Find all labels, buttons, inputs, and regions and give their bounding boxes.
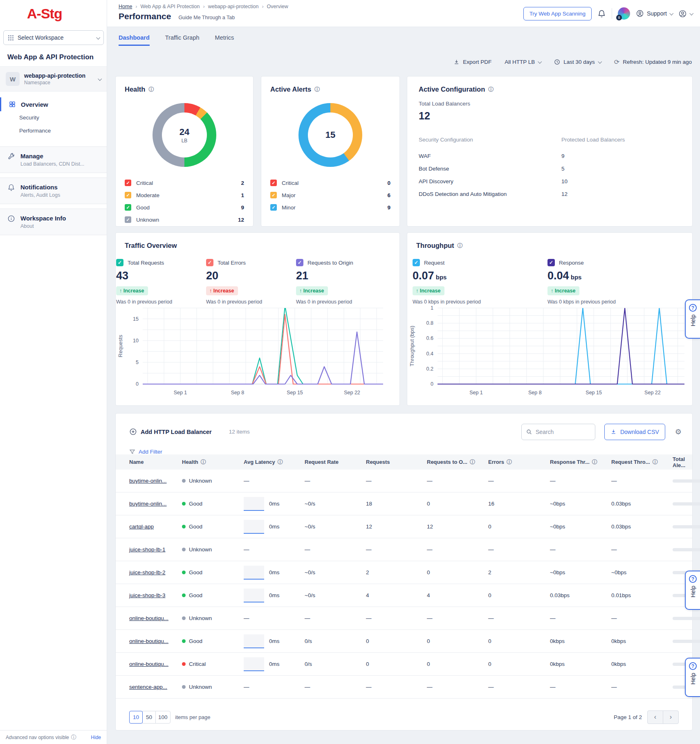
lb-name-link[interactable]: juice-shop-lb-1 bbox=[129, 546, 166, 553]
sidebar-item-manage[interactable]: Manage Load Balancers, CDN Dist... bbox=[0, 146, 107, 173]
guide-me-link[interactable]: Guide Me Through a Tab bbox=[178, 15, 235, 20]
legend-checkbox[interactable]: ✓ bbox=[125, 204, 131, 211]
info-icon[interactable]: ⓘ bbox=[653, 459, 658, 466]
series-checkbox[interactable]: ✓ bbox=[116, 259, 123, 266]
info-icon[interactable]: ⓘ bbox=[470, 459, 475, 466]
legend-checkbox[interactable]: ✓ bbox=[270, 192, 277, 198]
column-header[interactable]: Avg Latencyⓘ bbox=[244, 459, 305, 466]
breadcrumb-item[interactable]: Home bbox=[119, 4, 132, 9]
tab-dashboard[interactable]: Dashboard bbox=[119, 34, 150, 46]
request-throughput-cell: 0.01bps bbox=[611, 592, 673, 598]
info-icon[interactable]: ⓘ bbox=[458, 242, 463, 249]
legend-value: 9 bbox=[241, 205, 244, 211]
legend-checkbox[interactable]: ✓ bbox=[125, 216, 131, 223]
grid-dots-icon bbox=[8, 35, 14, 41]
series-checkbox[interactable]: ✓ bbox=[206, 259, 213, 266]
support-menu[interactable]: Support bbox=[636, 9, 673, 18]
page-size-50[interactable]: 50 bbox=[142, 711, 156, 724]
errors-cell: — bbox=[488, 478, 550, 484]
total-alerts-bar bbox=[673, 548, 700, 551]
series-checkbox[interactable]: ✓ bbox=[547, 259, 555, 266]
lb-filter-dropdown[interactable]: All HTTP LB bbox=[505, 59, 541, 65]
support-label: Support bbox=[647, 10, 667, 17]
load-balancer-table-card: Add HTTP Load Balancer 12 items Download… bbox=[115, 413, 693, 731]
column-header[interactable]: Name bbox=[129, 459, 182, 465]
lb-name-link[interactable]: online-boutiqu... bbox=[129, 615, 168, 621]
legend-checkbox[interactable]: ✓ bbox=[270, 180, 277, 186]
page-size-100[interactable]: 100 bbox=[155, 711, 171, 724]
column-header[interactable]: Response Thr...ⓘ bbox=[550, 459, 611, 466]
lb-name-link[interactable]: juice-shop-lb-3 bbox=[129, 592, 166, 598]
column-header[interactable]: Request Rate bbox=[305, 459, 366, 465]
next-page-button[interactable]: › bbox=[663, 710, 679, 724]
refresh-button[interactable]: ⟳ Refresh: Updated 9 min ago bbox=[614, 58, 692, 66]
column-header[interactable]: Errorsⓘ bbox=[488, 459, 550, 466]
latency-sparkline bbox=[244, 520, 264, 534]
info-icon[interactable]: ⓘ bbox=[278, 459, 283, 466]
info-icon[interactable]: ⓘ bbox=[148, 86, 154, 93]
try-web-app-scanning-button[interactable]: Try Web App Scanning bbox=[523, 7, 592, 20]
info-icon[interactable]: ⓘ bbox=[314, 86, 320, 93]
workspace-selector[interactable]: Select Workspace bbox=[3, 30, 104, 45]
search-input[interactable] bbox=[536, 429, 585, 435]
column-header[interactable]: Requests bbox=[366, 459, 427, 465]
request-throughput-cell: — bbox=[611, 615, 673, 621]
account-menu[interactable] bbox=[678, 9, 693, 18]
lb-name-link[interactable]: buytime-onlin... bbox=[129, 478, 167, 484]
stat-value: 43 bbox=[116, 270, 202, 282]
add-filter-button[interactable]: Add Filter bbox=[129, 449, 162, 455]
throughput-line-chart: 00.20.40.60.81Sep 1Sep 8Sep 15Sep 22Thro… bbox=[408, 305, 691, 400]
hide-nav-button[interactable]: Hide bbox=[91, 735, 101, 740]
lb-name-link[interactable]: buytime-onlin... bbox=[129, 501, 167, 507]
avatar[interactable]: 8 bbox=[618, 7, 630, 20]
help-tab[interactable]: ? Help bbox=[685, 299, 700, 339]
column-header[interactable]: Requests to O...ⓘ bbox=[427, 459, 488, 466]
breadcrumb-item: Overview bbox=[267, 4, 288, 9]
lb-name-link[interactable]: online-boutiqu... bbox=[129, 638, 168, 644]
page-size-10[interactable]: 10 bbox=[129, 711, 143, 724]
time-range-dropdown[interactable]: Last 30 days bbox=[554, 59, 601, 65]
column-header[interactable]: Healthⓘ bbox=[182, 459, 244, 466]
info-icon[interactable]: ⓘ bbox=[507, 459, 512, 466]
tab-traffic-graph[interactable]: Traffic Graph bbox=[165, 34, 200, 46]
series-checkbox[interactable]: ✓ bbox=[413, 259, 420, 266]
info-icon[interactable]: ⓘ bbox=[201, 459, 206, 466]
bell-icon[interactable] bbox=[597, 9, 606, 18]
health-dot bbox=[182, 525, 186, 528]
info-icon[interactable]: ⓘ bbox=[592, 459, 597, 466]
bell-icon bbox=[7, 184, 15, 191]
prev-page-button[interactable]: ‹ bbox=[647, 710, 663, 724]
help-tab[interactable]: ? Help bbox=[685, 658, 700, 697]
sidebar-item-overview[interactable]: Overview bbox=[0, 97, 107, 111]
gear-icon[interactable]: ⚙ bbox=[675, 427, 682, 436]
column-header[interactable]: Request Thro...ⓘ bbox=[611, 459, 673, 466]
legend-checkbox[interactable]: ✓ bbox=[125, 192, 131, 198]
tab-metrics[interactable]: Metrics bbox=[215, 34, 234, 46]
lb-name-link[interactable]: online-boutiqu... bbox=[129, 661, 168, 667]
avg-latency-cell: 0ms bbox=[244, 634, 305, 648]
table-body: buytime-onlin...Unknown———————buytime-on… bbox=[116, 470, 692, 699]
sidebar-item-workspace-info[interactable]: Workspace Info About bbox=[0, 209, 107, 235]
download-csv-button[interactable]: Download CSV bbox=[604, 424, 665, 440]
legend-checkbox[interactable]: ✓ bbox=[270, 204, 277, 211]
info-icon[interactable]: ⓘ bbox=[488, 86, 494, 93]
export-pdf-button[interactable]: Export PDF bbox=[453, 59, 491, 65]
svg-text:Sep 1: Sep 1 bbox=[469, 390, 483, 396]
help-tab[interactable]: ? Help bbox=[685, 571, 700, 610]
lb-name-link[interactable]: sentence-app... bbox=[129, 684, 167, 690]
add-http-lb-button[interactable]: Add HTTP Load Balancer bbox=[129, 428, 212, 436]
legend-checkbox[interactable]: ✓ bbox=[125, 180, 131, 186]
lb-name-link[interactable]: juice-shop-lb-2 bbox=[129, 569, 166, 575]
legend-label: Critical bbox=[136, 180, 153, 186]
requests-cell: 2 bbox=[366, 569, 427, 575]
namespace-selector[interactable]: W webapp-api-protection Namespace bbox=[0, 66, 107, 92]
series-checkbox[interactable]: ✓ bbox=[296, 259, 303, 266]
sidebar-item-performance[interactable]: Performance bbox=[19, 128, 51, 134]
lb-name-link[interactable]: cartql-app bbox=[129, 524, 154, 530]
svg-text:1: 1 bbox=[431, 305, 433, 311]
request-throughput-cell: 0.03bps bbox=[611, 501, 673, 507]
sidebar-item-notifications[interactable]: Notifications Alerts, Audit Logs bbox=[0, 178, 107, 204]
column-header[interactable]: Total Ale... bbox=[673, 456, 692, 468]
active-alerts-card: Active Alerts ⓘ 15 ✓Critical0✓Major6✓Min… bbox=[261, 76, 400, 227]
sidebar-item-security[interactable]: Security bbox=[19, 115, 39, 121]
